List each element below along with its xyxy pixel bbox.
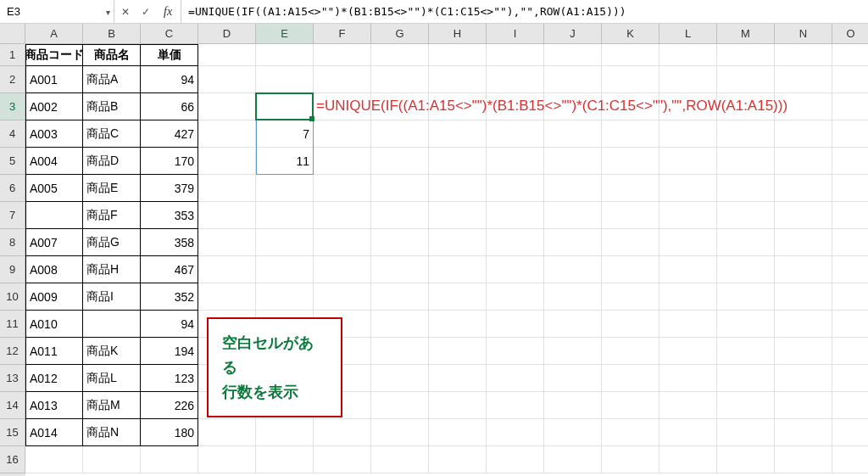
cell-J16[interactable] xyxy=(544,446,602,473)
cell-G13[interactable] xyxy=(371,365,429,392)
cell-H9[interactable] xyxy=(429,256,487,283)
col-header-F[interactable]: F xyxy=(314,24,371,44)
accept-icon[interactable]: ✓ xyxy=(138,6,153,18)
cancel-icon[interactable]: ✕ xyxy=(118,6,133,18)
cell-A13[interactable]: A012 xyxy=(25,365,83,392)
cell-D1[interactable] xyxy=(198,44,256,66)
cell-O13[interactable] xyxy=(832,365,868,392)
cell-C1[interactable]: 単価 xyxy=(141,44,198,66)
cell-B13[interactable]: 商品L xyxy=(83,365,141,392)
row-header-11[interactable]: 11 xyxy=(0,311,25,338)
cell-O10[interactable] xyxy=(832,283,868,311)
cell-D10[interactable] xyxy=(198,283,256,311)
cell-B16[interactable] xyxy=(83,446,141,473)
row-header-8[interactable]: 8 xyxy=(0,229,25,256)
cell-C12[interactable]: 194 xyxy=(141,338,198,365)
row-header-14[interactable]: 14 xyxy=(0,392,25,419)
cell-I2[interactable] xyxy=(487,66,544,93)
formula-bar[interactable] xyxy=(181,0,868,23)
cell-J5[interactable] xyxy=(544,148,602,175)
cell-J8[interactable] xyxy=(544,229,602,256)
cell-I7[interactable] xyxy=(487,202,544,229)
cell-N1[interactable] xyxy=(775,44,832,66)
cell-K11[interactable] xyxy=(602,311,659,338)
cell-H16[interactable] xyxy=(429,446,487,473)
cell-A1[interactable]: 商品コード xyxy=(25,44,83,66)
cell-G4[interactable] xyxy=(371,120,429,148)
cell-A6[interactable]: A005 xyxy=(25,175,83,202)
cell-C11[interactable]: 94 xyxy=(141,311,198,338)
cell-H6[interactable] xyxy=(429,175,487,202)
cell-O7[interactable] xyxy=(832,202,868,229)
row-header-3[interactable]: 3 xyxy=(0,93,25,120)
cell-G12[interactable] xyxy=(371,338,429,365)
cell-D4[interactable] xyxy=(198,120,256,148)
cell-A8[interactable]: A007 xyxy=(25,229,83,256)
cell-D7[interactable] xyxy=(198,202,256,229)
cells-area[interactable]: 商品コード商品名単価A001商品A94A002商品B66A003商品C4277A… xyxy=(25,44,868,476)
cell-J4[interactable] xyxy=(544,120,602,148)
cell-A7[interactable] xyxy=(25,202,83,229)
cell-K7[interactable] xyxy=(602,202,659,229)
cell-K16[interactable] xyxy=(602,446,659,473)
col-header-J[interactable]: J xyxy=(544,24,602,44)
cell-M15[interactable] xyxy=(717,419,775,446)
cell-K1[interactable] xyxy=(602,44,659,66)
cell-K13[interactable] xyxy=(602,365,659,392)
cell-H12[interactable] xyxy=(429,338,487,365)
cell-J2[interactable] xyxy=(544,66,602,93)
cell-C4[interactable]: 427 xyxy=(141,120,198,148)
cell-J14[interactable] xyxy=(544,392,602,419)
cell-J6[interactable] xyxy=(544,175,602,202)
cell-K12[interactable] xyxy=(602,338,659,365)
cell-H11[interactable] xyxy=(429,311,487,338)
cell-N15[interactable] xyxy=(775,419,832,446)
cell-H13[interactable] xyxy=(429,365,487,392)
cell-E2[interactable] xyxy=(256,66,314,93)
cell-A9[interactable]: A008 xyxy=(25,256,83,283)
cell-M1[interactable] xyxy=(717,44,775,66)
cell-N13[interactable] xyxy=(775,365,832,392)
cell-G7[interactable] xyxy=(371,202,429,229)
cell-C6[interactable]: 379 xyxy=(141,175,198,202)
cell-B7[interactable]: 商品F xyxy=(83,202,141,229)
cell-L15[interactable] xyxy=(659,419,717,446)
cell-M10[interactable] xyxy=(717,283,775,311)
cell-I14[interactable] xyxy=(487,392,544,419)
cell-O11[interactable] xyxy=(832,311,868,338)
cell-K4[interactable] xyxy=(602,120,659,148)
cell-K15[interactable] xyxy=(602,419,659,446)
cell-E1[interactable] xyxy=(256,44,314,66)
cell-C14[interactable]: 226 xyxy=(141,392,198,419)
cell-B15[interactable]: 商品N xyxy=(83,419,141,446)
cell-G1[interactable] xyxy=(371,44,429,66)
cell-F1[interactable] xyxy=(314,44,371,66)
cell-K5[interactable] xyxy=(602,148,659,175)
cell-E3[interactable] xyxy=(256,93,314,120)
cell-M5[interactable] xyxy=(717,148,775,175)
cell-N9[interactable] xyxy=(775,256,832,283)
cell-L8[interactable] xyxy=(659,229,717,256)
fx-icon[interactable]: fx xyxy=(159,5,177,19)
cell-F7[interactable] xyxy=(314,202,371,229)
cell-D9[interactable] xyxy=(198,256,256,283)
cell-E15[interactable] xyxy=(256,419,314,446)
row-header-6[interactable]: 6 xyxy=(0,175,25,202)
name-box[interactable] xyxy=(0,0,114,23)
cell-L12[interactable] xyxy=(659,338,717,365)
cell-I12[interactable] xyxy=(487,338,544,365)
cell-M4[interactable] xyxy=(717,120,775,148)
cell-M9[interactable] xyxy=(717,256,775,283)
cell-B3[interactable]: 商品B xyxy=(83,93,141,120)
cell-L7[interactable] xyxy=(659,202,717,229)
cell-A16[interactable] xyxy=(25,446,83,473)
cell-D3[interactable] xyxy=(198,93,256,120)
cell-E9[interactable] xyxy=(256,256,314,283)
cell-H2[interactable] xyxy=(429,66,487,93)
cell-N6[interactable] xyxy=(775,175,832,202)
cell-J15[interactable] xyxy=(544,419,602,446)
cell-O5[interactable] xyxy=(832,148,868,175)
cell-N12[interactable] xyxy=(775,338,832,365)
cell-L6[interactable] xyxy=(659,175,717,202)
cell-N8[interactable] xyxy=(775,229,832,256)
